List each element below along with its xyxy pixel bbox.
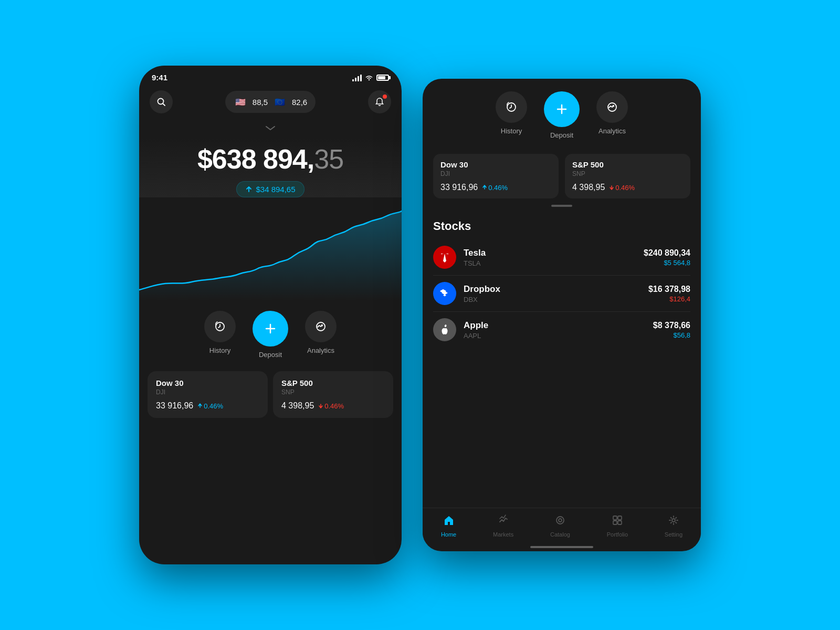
dropbox-logo — [433, 282, 456, 305]
history-button[interactable] — [204, 311, 236, 342]
analytics-button[interactable] — [305, 311, 337, 342]
balance-change-badge: $34 894,65 — [236, 181, 304, 197]
dropbox-name: Dropbox — [464, 284, 648, 295]
right-sp500-card[interactable]: S&P 500 SNP 4 398,95 0.46% — [565, 154, 690, 198]
nav-setting[interactable]: Setting — [665, 514, 682, 538]
apple-change: $56,8 — [653, 331, 690, 339]
setting-icon — [668, 514, 679, 529]
sp500-ticker: SNP — [281, 388, 385, 396]
right-deposit-action[interactable]: Deposit — [544, 91, 580, 139]
svg-rect-15 — [613, 521, 617, 524]
tesla-name: Tesla — [464, 248, 644, 258]
analytics-label: Analytics — [307, 346, 334, 354]
dow30-ticker: DJI — [156, 388, 259, 396]
right-dow30-card[interactable]: Dow 30 DJI 33 916,96 0.46% — [433, 154, 559, 198]
right-sp500-name: S&P 500 — [572, 160, 683, 169]
markets-icon — [498, 514, 509, 529]
sp500-change: 0.46% — [318, 402, 344, 410]
nav-catalog[interactable]: Catalog — [550, 514, 570, 538]
nav-markets[interactable]: Markets — [493, 514, 513, 538]
dow30-card[interactable]: Dow 30 DJI 33 916,96 0.46% — [148, 371, 268, 418]
svg-point-0 — [369, 79, 370, 80]
signal-bars — [352, 74, 362, 81]
deposit-action[interactable]: Deposit — [253, 311, 288, 359]
right-sp500-value: 4 398,95 0.46% — [572, 183, 683, 192]
eu-flag-icon: 🇪🇺 — [273, 95, 287, 109]
svg-point-1 — [158, 99, 164, 104]
nav-home[interactable]: Home — [441, 514, 456, 538]
right-market-section: Dow 30 DJI 33 916,96 0.46% S&P 500 SNP 4… — [423, 148, 701, 205]
sp500-card[interactable]: S&P 500 SNP 4 398,95 0.46% — [273, 371, 393, 418]
status-icons — [352, 74, 389, 81]
wifi-icon — [365, 75, 373, 81]
svg-point-11 — [556, 517, 564, 524]
stocks-title: Stocks — [433, 219, 690, 233]
svg-rect-16 — [618, 521, 622, 524]
nav-catalog-label: Catalog — [550, 531, 570, 538]
top-bar: 🇺🇸 88,5 🇪🇺 82,6 — [139, 86, 402, 120]
dropbox-info: Dropbox DBX — [464, 284, 648, 303]
right-sp500-change: 0.46% — [609, 184, 635, 192]
nav-markets-label: Markets — [493, 531, 513, 538]
status-bar: 9:41 — [139, 66, 402, 86]
us-value: 88,5 — [253, 98, 268, 107]
svg-line-2 — [163, 104, 165, 106]
right-analytics-action[interactable]: Analytics — [596, 91, 628, 135]
dropbox-stock-item[interactable]: Dropbox DBX $16 378,98 $126,4 — [433, 276, 690, 312]
balance-main: $638 894, — [197, 144, 314, 174]
us-flag-icon: 🇺🇸 — [234, 95, 247, 109]
tesla-logo — [433, 246, 456, 269]
nav-home-label: Home — [441, 531, 456, 538]
left-phone: 9:41 🇺🇸 88,5 🇪🇺 — [139, 66, 402, 564]
time: 9:41 — [152, 73, 167, 82]
right-history-button[interactable] — [496, 91, 527, 123]
dropbox-ticker: DBX — [464, 296, 648, 303]
portfolio-chart — [139, 206, 402, 300]
dropbox-price: $16 378,98 — [648, 285, 690, 294]
flag-currency-display[interactable]: 🇺🇸 88,5 🇪🇺 82,6 — [225, 91, 316, 113]
tesla-stock-item[interactable]: Tesla TSLA $240 890,34 $5 564,8 — [433, 239, 690, 276]
collapse-chevron[interactable] — [139, 120, 402, 138]
market-cards: Dow 30 DJI 33 916,96 0.46% S&P 500 SNP 4… — [139, 367, 402, 422]
balance-change-value: $34 894,65 — [256, 185, 295, 194]
nav-portfolio[interactable]: Portfolio — [607, 514, 628, 538]
analytics-action[interactable]: Analytics — [305, 311, 337, 354]
svg-point-12 — [559, 519, 562, 522]
apple-logo — [433, 318, 456, 341]
sp500-name: S&P 500 — [281, 379, 385, 387]
deposit-button[interactable] — [253, 311, 288, 346]
tesla-values: $240 890,34 $5 564,8 — [644, 248, 690, 267]
notification-button[interactable] — [368, 90, 391, 113]
portfolio-icon — [612, 514, 623, 529]
svg-point-17 — [672, 519, 675, 522]
nav-portfolio-label: Portfolio — [607, 531, 628, 538]
apple-info: Apple AAPL — [464, 320, 653, 340]
dropbox-change: $126,4 — [648, 295, 690, 303]
history-action[interactable]: History — [204, 311, 236, 354]
right-history-action[interactable]: History — [496, 91, 527, 135]
tesla-info: Tesla TSLA — [464, 248, 644, 267]
tesla-price: $240 890,34 — [644, 248, 690, 258]
right-dow30-ticker: DJI — [440, 170, 551, 177]
sp500-value: 4 398,95 0.46% — [281, 401, 385, 411]
nav-setting-label: Setting — [665, 531, 682, 538]
tesla-change: $5 564,8 — [644, 259, 690, 267]
battery-icon — [376, 75, 389, 81]
right-dow30-value: 33 916,96 0.46% — [440, 183, 551, 192]
catalog-icon — [554, 514, 566, 529]
right-analytics-button[interactable] — [596, 91, 628, 123]
apple-stock-item[interactable]: Apple AAPL $8 378,66 $56,8 — [433, 312, 690, 348]
search-button[interactable] — [150, 90, 173, 113]
scroll-indicator — [551, 205, 572, 207]
history-label: History — [209, 346, 230, 354]
svg-rect-13 — [613, 516, 617, 520]
action-buttons: History Deposit Analytics — [139, 300, 402, 367]
dropbox-values: $16 378,98 $126,4 — [648, 285, 690, 303]
right-phone: History Deposit Analytics — [423, 79, 701, 551]
right-sp500-ticker: SNP — [572, 170, 683, 177]
svg-rect-14 — [618, 516, 622, 520]
apple-price: $8 378,66 — [653, 321, 690, 330]
home-icon — [443, 514, 455, 529]
right-deposit-button[interactable] — [544, 91, 580, 127]
dow30-change: 0.46% — [197, 402, 223, 410]
